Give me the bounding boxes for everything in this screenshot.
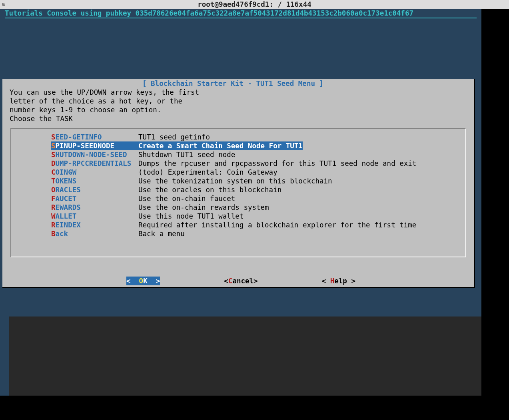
menu-item-faucet[interactable]: FAUCET Use the on-chain faucet <box>11 194 465 203</box>
menu-item-desc: Use the oracles on this blockchain <box>138 185 281 194</box>
menu-item-shutdown-node-seed[interactable]: SHUTDOWN-NODE-SEED Shutdown TUT1 seed no… <box>11 150 465 159</box>
menu-item-tag: COINGW <box>51 168 138 177</box>
menu-item-desc: Use this node TUT1 wallet <box>138 212 244 221</box>
window-titlebar: ⊞ root@9aed476f9cd1: / 116x44 <box>0 0 509 9</box>
menu-item-desc: Shutdown TUT1 seed node <box>138 150 235 159</box>
menu-item-tag: FAUCET <box>51 194 138 203</box>
console-header-line: Tutorials Console using pubkey 035d78626… <box>0 9 481 18</box>
menu-item-desc: Create a Smart Chain Seed Node For TUT1 <box>138 141 303 150</box>
menu-item-desc: Back a menu <box>138 229 185 238</box>
menu-item-desc: Dumps the rpcuser and rpcpassword for th… <box>138 159 416 168</box>
menu-item-seed-getinfo[interactable]: SEED-GETINFO TUT1 seed getinfo <box>11 133 465 141</box>
ok-button[interactable]: < OK > <box>126 277 160 285</box>
screen: ⊞ root@9aed476f9cd1: / 116x44 Tutorials … <box>0 0 509 420</box>
menu-item-desc: Use the tokenization system on this bloc… <box>138 177 332 185</box>
menu-item-tag: DUMP-RPCCREDENTIALS <box>51 159 138 168</box>
menu-item-tag: ORACLES <box>51 185 138 194</box>
menu-item-tag: TOKENS <box>51 177 138 185</box>
menu-item-reindex[interactable]: REINDEX Required after installing a bloc… <box>11 221 465 229</box>
menu-item-desc: Use the on-chain rewards system <box>138 203 269 212</box>
menu-item-tag: WALLET <box>51 212 138 221</box>
menu-list[interactable]: SEED-GETINFO TUT1 seed getinfo SPINUP-SE… <box>10 128 466 257</box>
menu-item-desc: Required after installing a blockchain e… <box>138 221 416 229</box>
menu-item-tag: SEED-GETINFO <box>51 133 138 141</box>
menu-item-coingw[interactable]: COINGW (todo) Experimental: Coin Gateway <box>11 168 465 177</box>
menu-item-desc: (todo) Experimental: Coin Gateway <box>138 168 277 177</box>
dialog-instruction-line: letter of the choice as a hot key, or th… <box>2 97 474 105</box>
terminal-area: Tutorials Console using pubkey 035d78626… <box>0 9 481 396</box>
menu-item-tokens[interactable]: TOKENS Use the tokenization system on th… <box>11 177 465 185</box>
help-button[interactable]: < Help > <box>322 277 355 285</box>
dialog-box: [ Blockchain Starter Kit - TUT1 Seed Men… <box>2 79 475 288</box>
dialog-button-row: < OK > <Cancel> < Help > <box>2 277 474 285</box>
menu-item-tag: Back <box>51 229 138 238</box>
menu-item-dump-rpccredentials[interactable]: DUMP-RPCCREDENTIALS Dumps the rpcuser an… <box>11 159 465 168</box>
dialog-instruction-line: Choose the TASK <box>2 114 474 123</box>
menu-item-rewards[interactable]: REWARDS Use the on-chain rewards system <box>11 203 465 212</box>
menu-item-tag: REWARDS <box>51 203 138 212</box>
menu-item-tag: REINDEX <box>51 221 138 229</box>
menu-item-spinup-seednode[interactable]: SPINUP-SEEDNODE Create a Smart Chain See… <box>11 141 465 150</box>
menu-item-back[interactable]: Back Back a menu <box>11 229 465 238</box>
menu-item-tag: SPINUP-SEEDNODE <box>51 141 138 150</box>
dialog-instruction-line: You can use the UP/DOWN arrow keys, the … <box>2 88 474 97</box>
window-title: root@9aed476f9cd1: / 116x44 <box>0 0 509 9</box>
dialog-title: [ Blockchain Starter Kit - TUT1 Seed Men… <box>2 79 474 88</box>
cancel-button[interactable]: <Cancel> <box>224 277 257 285</box>
menu-item-oracles[interactable]: ORACLES Use the oracles on this blockcha… <box>11 185 465 194</box>
dialog-instruction-line: number keys 1-9 to choose an option. <box>2 105 474 114</box>
menu-item-desc: TUT1 seed getinfo <box>138 133 210 141</box>
menu-item-desc: Use the on-chain faucet <box>138 194 235 203</box>
terminal-bottom-area <box>9 316 481 396</box>
menu-item-tag: SHUTDOWN-NODE-SEED <box>51 150 138 159</box>
console-header-rule <box>5 18 477 18</box>
menu-item-wallet[interactable]: WALLET Use this node TUT1 wallet <box>11 212 465 221</box>
